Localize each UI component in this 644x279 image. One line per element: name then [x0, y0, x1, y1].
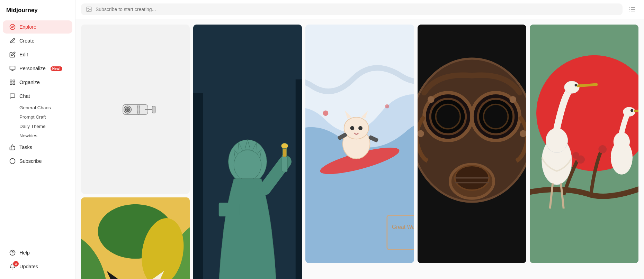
sidebar-item-updates[interactable]: 3 Updates: [3, 260, 72, 273]
sidebar-subitem-newbies[interactable]: Newbies: [17, 131, 75, 140]
svg-point-82: [574, 84, 577, 87]
gallery-item-5[interactable]: [530, 25, 638, 263]
svg-point-41: [281, 143, 288, 149]
svg-point-69: [418, 130, 424, 137]
svg-point-87: [623, 107, 635, 117]
sidebar-item-edit[interactable]: Edit: [3, 48, 72, 61]
compass-icon: [9, 24, 16, 30]
svg-rect-29: [296, 80, 302, 279]
help-icon: [9, 249, 16, 256]
svg-point-21: [127, 109, 128, 110]
sidebar-item-chat[interactable]: Chat: [3, 90, 72, 103]
sidebar-label-personalize: Personalize: [19, 66, 46, 71]
sidebar-label-chat: Chat: [19, 93, 30, 99]
sidebar-item-help[interactable]: Help: [3, 246, 72, 259]
sidebar-label-tasks: Tasks: [19, 145, 32, 150]
tasks-icon: [9, 144, 16, 151]
main-content: Great Wave: [75, 0, 644, 279]
svg-point-46: [344, 117, 369, 139]
chat-icon: [9, 93, 16, 100]
sidebar-label-create: Create: [19, 38, 35, 44]
svg-marker-1: [11, 26, 14, 28]
sidebar: Midjourney Explore Create: [0, 0, 75, 279]
svg-point-67: [428, 96, 435, 103]
svg-line-81: [578, 84, 596, 86]
chat-sub-items: General Chaos Prompt Craft Daily Theme N…: [17, 103, 75, 140]
subscribe-icon: [9, 158, 16, 165]
svg-point-64: [484, 104, 508, 129]
sidebar-item-personalize[interactable]: Personalize New!: [3, 62, 72, 75]
gallery-item-1[interactable]: [81, 25, 190, 194]
svg-rect-23: [152, 106, 155, 113]
sidebar-label-organize: Organize: [19, 80, 40, 85]
sidebar-item-subscribe[interactable]: Subscribe: [3, 155, 72, 168]
sidebar-label-updates: Updates: [19, 264, 38, 269]
filter-button[interactable]: [626, 4, 638, 14]
svg-point-63: [436, 104, 460, 129]
svg-point-80: [564, 81, 579, 93]
gallery-item-3[interactable]: Great Wave: [305, 25, 414, 263]
svg-rect-6: [10, 83, 12, 85]
sidebar-subitem-prompt-craft[interactable]: Prompt Craft: [17, 113, 75, 121]
masonry-grid: Great Wave: [81, 25, 638, 279]
svg-point-89: [630, 109, 633, 112]
gallery: Great Wave: [75, 19, 644, 279]
gallery-item-6[interactable]: [81, 197, 190, 279]
search-input[interactable]: [96, 7, 618, 12]
svg-point-11: [88, 8, 88, 9]
person-icon: [9, 65, 16, 72]
sidebar-item-tasks[interactable]: Tasks: [3, 141, 72, 154]
sidebar-label-subscribe: Subscribe: [19, 158, 42, 164]
svg-point-24: [137, 105, 140, 115]
updates-badge: 3: [13, 261, 19, 267]
sidebar-subitem-general-chaos[interactable]: General Chaos: [17, 103, 75, 112]
search-input-wrapper[interactable]: [81, 3, 623, 15]
svg-rect-2: [10, 66, 15, 70]
organize-icon: [9, 79, 16, 86]
svg-point-37: [234, 150, 261, 180]
new-badge: New!: [51, 66, 62, 71]
svg-point-76: [572, 152, 579, 159]
svg-rect-42: [219, 203, 239, 216]
svg-point-68: [509, 96, 516, 103]
svg-text:Great Wave: Great Wave: [392, 224, 414, 230]
sidebar-nav: Explore Create Edit: [0, 20, 75, 273]
sidebar-item-organize[interactable]: Organize: [3, 76, 72, 89]
svg-point-50: [358, 126, 363, 130]
svg-point-49: [350, 126, 354, 130]
svg-point-7: [10, 159, 15, 164]
sidebar-label-edit: Edit: [19, 52, 28, 57]
svg-rect-39: [282, 155, 287, 172]
sidebar-label-explore: Explore: [19, 24, 36, 30]
svg-point-53: [323, 110, 329, 116]
image-icon: [86, 6, 92, 12]
sidebar-subitem-daily-theme[interactable]: Daily Theme: [17, 122, 75, 131]
app-logo: Midjourney: [0, 6, 75, 20]
create-icon: [9, 37, 16, 44]
sidebar-item-create[interactable]: Create: [3, 34, 72, 47]
svg-point-54: [385, 104, 389, 109]
edit-icon: [9, 51, 16, 58]
svg-rect-4: [13, 80, 15, 82]
updates-icon: 3: [9, 263, 16, 270]
search-bar: [75, 0, 644, 19]
sidebar-item-explore[interactable]: Explore: [3, 20, 72, 34]
svg-rect-28: [193, 93, 203, 279]
svg-rect-3: [10, 80, 12, 82]
svg-point-77: [598, 145, 607, 154]
svg-rect-5: [13, 83, 15, 85]
svg-point-0: [10, 25, 15, 30]
sidebar-label-help: Help: [19, 250, 30, 255]
gallery-item-2[interactable]: [193, 25, 302, 279]
svg-point-70: [520, 130, 526, 137]
gallery-item-4[interactable]: [418, 25, 526, 263]
